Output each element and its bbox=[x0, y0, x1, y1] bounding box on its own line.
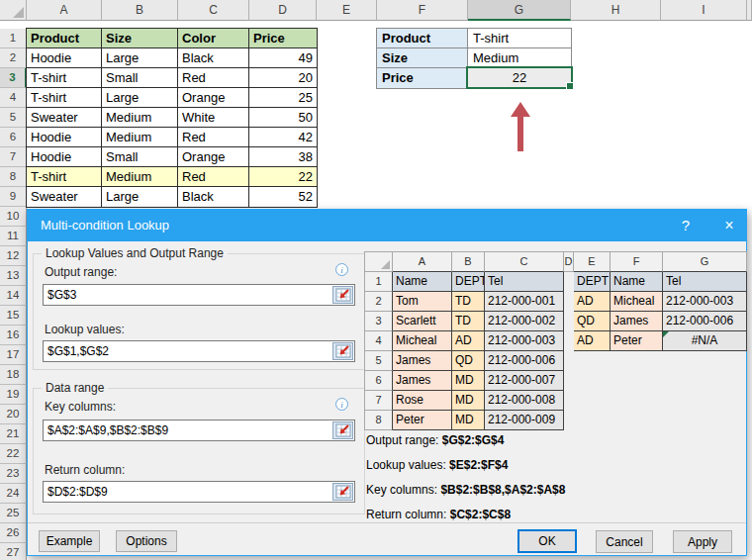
row-header-8[interactable]: 8 bbox=[0, 167, 27, 187]
return-column-input[interactable] bbox=[44, 482, 354, 502]
column-header-D[interactable]: D bbox=[249, 0, 317, 21]
cell-D1[interactable]: Price bbox=[249, 29, 317, 48]
options-button[interactable]: Options bbox=[116, 530, 177, 552]
row-header-18[interactable]: 18 bbox=[0, 365, 27, 385]
row-header-10[interactable]: 10 bbox=[0, 207, 27, 227]
example-button[interactable]: Example bbox=[39, 530, 100, 552]
cell-D6[interactable]: 42 bbox=[249, 128, 317, 147]
row-header-9[interactable]: 9 bbox=[0, 187, 27, 207]
column-header-E[interactable]: E bbox=[317, 0, 377, 21]
column-header-H[interactable]: H bbox=[571, 0, 661, 21]
cell-D9[interactable]: 52 bbox=[249, 187, 317, 207]
row-header-22[interactable]: 22 bbox=[0, 444, 27, 464]
cell-A8[interactable]: T-shirt bbox=[27, 167, 102, 187]
row-header-3[interactable]: 3 bbox=[0, 68, 27, 88]
cell-A2[interactable]: Hoodie bbox=[27, 48, 102, 68]
preview-cell-B5: QD bbox=[452, 351, 485, 371]
apply-button[interactable]: Apply bbox=[673, 530, 732, 553]
row-header-11[interactable]: 11 bbox=[0, 227, 27, 246]
cell-B9[interactable]: Large bbox=[102, 187, 178, 207]
output-range-input[interactable] bbox=[44, 285, 354, 305]
ok-button[interactable]: OK bbox=[517, 529, 577, 553]
row-header-21[interactable]: 21 bbox=[0, 424, 27, 444]
row-header-26[interactable]: 26 bbox=[0, 523, 27, 543]
row-header-27[interactable]: 27 bbox=[0, 543, 27, 560]
cell-A6[interactable]: Hoodie bbox=[27, 128, 102, 147]
cancel-button[interactable]: Cancel bbox=[596, 530, 653, 553]
cell-C7[interactable]: Orange bbox=[178, 147, 249, 167]
cell-B2[interactable]: Large bbox=[102, 48, 178, 68]
info-icon[interactable]: i bbox=[335, 263, 348, 276]
cell-B8[interactable]: Medium bbox=[102, 167, 178, 187]
column-header-C[interactable]: C bbox=[178, 0, 249, 21]
column-header-F[interactable]: F bbox=[377, 0, 468, 21]
row-header-19[interactable]: 19 bbox=[0, 385, 27, 405]
row-header-23[interactable]: 23 bbox=[0, 464, 27, 484]
help-icon[interactable]: ? bbox=[673, 210, 699, 241]
cell-B5[interactable]: Medium bbox=[102, 108, 178, 128]
row-header-7[interactable]: 7 bbox=[0, 147, 27, 167]
row-header-20[interactable]: 20 bbox=[0, 405, 27, 424]
cell-D4[interactable]: 25 bbox=[249, 88, 317, 108]
column-header-B[interactable]: B bbox=[102, 0, 178, 21]
return-column-field bbox=[43, 481, 355, 503]
row-header-25[interactable]: 25 bbox=[0, 504, 27, 523]
column-header-I[interactable]: I bbox=[661, 0, 747, 21]
cell-F3[interactable]: Price bbox=[377, 68, 468, 88]
cell-C8[interactable]: Red bbox=[178, 167, 249, 187]
cell-D5[interactable]: 50 bbox=[249, 108, 317, 128]
cell-C1[interactable]: Color bbox=[178, 29, 249, 48]
fill-handle[interactable] bbox=[566, 82, 574, 90]
cell-G1[interactable]: T-shirt bbox=[468, 29, 571, 48]
cell-A9[interactable]: Sweater bbox=[27, 187, 102, 207]
row-header-17[interactable]: 17 bbox=[0, 345, 27, 365]
row-header-12[interactable]: 12 bbox=[0, 246, 27, 266]
cell-F2[interactable]: Size bbox=[377, 48, 468, 68]
cell-C6[interactable]: Red bbox=[178, 128, 249, 147]
cell-A7[interactable]: Hoodie bbox=[27, 147, 102, 167]
cell-A1[interactable]: Product bbox=[27, 29, 102, 48]
info-icon[interactable]: i bbox=[335, 398, 348, 411]
dialog-titlebar[interactable]: Multi-condition Lookup ? × bbox=[28, 210, 746, 241]
cell-C5[interactable]: White bbox=[178, 108, 249, 128]
cell-C3[interactable]: Red bbox=[178, 68, 249, 88]
range-selector-button[interactable] bbox=[332, 286, 353, 304]
select-all-corner[interactable] bbox=[0, 0, 27, 21]
cell-C4[interactable]: Orange bbox=[178, 88, 249, 108]
row-header-5[interactable]: 5 bbox=[0, 108, 27, 128]
row-header-6[interactable]: 6 bbox=[0, 128, 27, 147]
cell-A3[interactable]: T-shirt bbox=[27, 68, 102, 88]
column-header-G[interactable]: G bbox=[468, 0, 571, 21]
lookup-values-input[interactable] bbox=[44, 341, 354, 361]
cell-A4[interactable]: T-shirt bbox=[27, 88, 102, 108]
row-header-4[interactable]: 4 bbox=[0, 88, 27, 108]
close-icon[interactable]: × bbox=[716, 210, 742, 241]
cell-G2[interactable]: Medium bbox=[468, 48, 571, 68]
cell-C2[interactable]: Black bbox=[178, 48, 249, 68]
cell-C9[interactable]: Black bbox=[178, 187, 249, 207]
range-selector-button[interactable] bbox=[332, 421, 353, 439]
cell-A5[interactable]: Sweater bbox=[27, 108, 102, 128]
row-header-15[interactable]: 15 bbox=[0, 306, 27, 326]
cell-D3[interactable]: 20 bbox=[249, 68, 317, 88]
row-header-1[interactable]: 1 bbox=[0, 29, 27, 48]
column-header-A[interactable]: A bbox=[27, 0, 102, 21]
range-selector-button[interactable] bbox=[332, 483, 353, 501]
cell-B6[interactable]: Medium bbox=[102, 128, 178, 147]
cell-F1[interactable]: Product bbox=[377, 29, 468, 48]
row-header-24[interactable]: 24 bbox=[0, 484, 27, 504]
cell-B3[interactable]: Small bbox=[102, 68, 178, 88]
row-header-14[interactable]: 14 bbox=[0, 286, 27, 306]
cell-D7[interactable]: 38 bbox=[249, 147, 317, 167]
row-header-2[interactable]: 2 bbox=[0, 48, 27, 68]
cell-B1[interactable]: Size bbox=[102, 29, 178, 48]
row-header-13[interactable]: 13 bbox=[0, 266, 27, 286]
key-columns-input[interactable] bbox=[44, 420, 354, 440]
cell-B7[interactable]: Small bbox=[102, 147, 178, 167]
cell-D8[interactable]: 22 bbox=[249, 167, 317, 187]
cell-B4[interactable]: Large bbox=[102, 88, 178, 108]
cell-D2[interactable]: 49 bbox=[249, 48, 317, 68]
row-header-16[interactable]: 16 bbox=[0, 326, 27, 345]
range-selector-button[interactable] bbox=[332, 342, 353, 360]
column-header-partial[interactable] bbox=[747, 0, 752, 21]
